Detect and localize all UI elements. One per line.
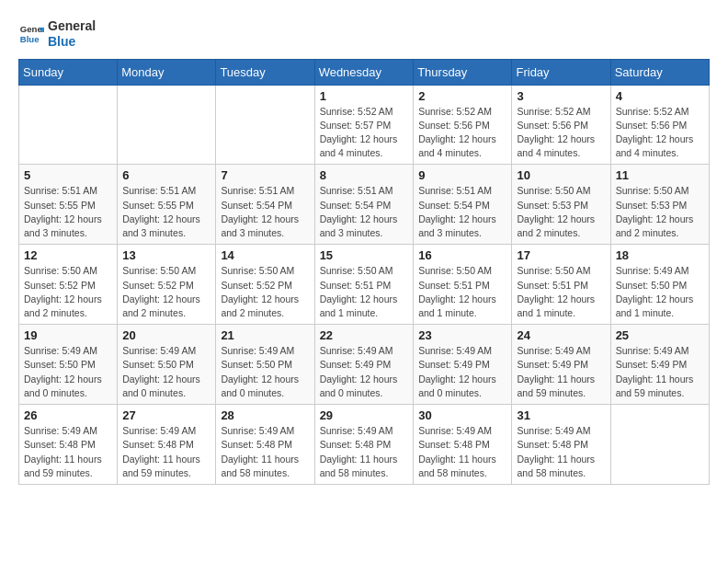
logo-icon: General Blue bbox=[18, 21, 44, 47]
calendar-cell bbox=[610, 405, 709, 485]
calendar-cell: 26Sunrise: 5:49 AM Sunset: 5:48 PM Dayli… bbox=[19, 405, 118, 485]
weekday-header-wednesday: Wednesday bbox=[314, 59, 414, 85]
day-number: 31 bbox=[517, 408, 605, 422]
calendar-cell bbox=[216, 85, 314, 165]
day-number: 24 bbox=[517, 328, 605, 342]
calendar-cell: 21Sunrise: 5:49 AM Sunset: 5:50 PM Dayli… bbox=[216, 325, 314, 405]
day-number: 23 bbox=[418, 328, 506, 342]
day-info: Sunrise: 5:49 AM Sunset: 5:48 PM Dayligh… bbox=[320, 424, 409, 480]
day-info: Sunrise: 5:51 AM Sunset: 5:55 PM Dayligh… bbox=[122, 184, 210, 240]
day-info: Sunrise: 5:52 AM Sunset: 5:56 PM Dayligh… bbox=[418, 105, 506, 161]
day-number: 6 bbox=[122, 168, 210, 182]
weekday-header-sunday: Sunday bbox=[19, 59, 118, 85]
day-number: 14 bbox=[221, 248, 309, 262]
day-info: Sunrise: 5:49 AM Sunset: 5:49 PM Dayligh… bbox=[517, 344, 605, 400]
day-info: Sunrise: 5:50 AM Sunset: 5:51 PM Dayligh… bbox=[320, 264, 409, 320]
weekday-header-saturday: Saturday bbox=[610, 59, 709, 85]
calendar-cell: 10Sunrise: 5:50 AM Sunset: 5:53 PM Dayli… bbox=[512, 165, 610, 245]
calendar-cell: 13Sunrise: 5:50 AM Sunset: 5:52 PM Dayli… bbox=[118, 245, 216, 325]
day-number: 21 bbox=[221, 328, 309, 342]
calendar-cell: 27Sunrise: 5:49 AM Sunset: 5:48 PM Dayli… bbox=[118, 405, 216, 485]
day-number: 5 bbox=[24, 168, 112, 182]
day-number: 16 bbox=[418, 248, 506, 262]
calendar-cell: 3Sunrise: 5:52 AM Sunset: 5:56 PM Daylig… bbox=[512, 85, 610, 165]
calendar-cell: 4Sunrise: 5:52 AM Sunset: 5:56 PM Daylig… bbox=[610, 85, 709, 165]
calendar-cell: 15Sunrise: 5:50 AM Sunset: 5:51 PM Dayli… bbox=[314, 245, 414, 325]
day-info: Sunrise: 5:52 AM Sunset: 5:56 PM Dayligh… bbox=[616, 105, 704, 161]
day-info: Sunrise: 5:52 AM Sunset: 5:56 PM Dayligh… bbox=[517, 105, 605, 161]
day-number: 18 bbox=[616, 248, 704, 262]
calendar-cell: 8Sunrise: 5:51 AM Sunset: 5:54 PM Daylig… bbox=[314, 165, 414, 245]
day-info: Sunrise: 5:49 AM Sunset: 5:48 PM Dayligh… bbox=[418, 424, 506, 480]
weekday-header-thursday: Thursday bbox=[414, 59, 512, 85]
day-info: Sunrise: 5:51 AM Sunset: 5:54 PM Dayligh… bbox=[320, 184, 409, 240]
day-number: 28 bbox=[221, 408, 309, 422]
day-info: Sunrise: 5:52 AM Sunset: 5:57 PM Dayligh… bbox=[320, 105, 409, 161]
day-number: 2 bbox=[418, 89, 506, 103]
day-number: 13 bbox=[122, 248, 210, 262]
calendar-cell: 25Sunrise: 5:49 AM Sunset: 5:49 PM Dayli… bbox=[610, 325, 709, 405]
calendar-cell: 14Sunrise: 5:50 AM Sunset: 5:52 PM Dayli… bbox=[216, 245, 314, 325]
day-info: Sunrise: 5:49 AM Sunset: 5:49 PM Dayligh… bbox=[418, 344, 506, 400]
calendar-cell: 7Sunrise: 5:51 AM Sunset: 5:54 PM Daylig… bbox=[216, 165, 314, 245]
day-number: 27 bbox=[122, 408, 210, 422]
day-number: 4 bbox=[616, 89, 704, 103]
day-info: Sunrise: 5:50 AM Sunset: 5:52 PM Dayligh… bbox=[221, 264, 309, 320]
day-number: 8 bbox=[320, 168, 409, 182]
day-info: Sunrise: 5:51 AM Sunset: 5:54 PM Dayligh… bbox=[221, 184, 309, 240]
calendar-cell: 12Sunrise: 5:50 AM Sunset: 5:52 PM Dayli… bbox=[19, 245, 118, 325]
calendar-week-row: 12Sunrise: 5:50 AM Sunset: 5:52 PM Dayli… bbox=[19, 245, 710, 325]
calendar-week-row: 26Sunrise: 5:49 AM Sunset: 5:48 PM Dayli… bbox=[19, 405, 710, 485]
calendar-cell: 20Sunrise: 5:49 AM Sunset: 5:50 PM Dayli… bbox=[118, 325, 216, 405]
calendar-week-row: 19Sunrise: 5:49 AM Sunset: 5:50 PM Dayli… bbox=[19, 325, 710, 405]
day-info: Sunrise: 5:50 AM Sunset: 5:52 PM Dayligh… bbox=[122, 264, 210, 320]
day-number: 29 bbox=[320, 408, 409, 422]
day-info: Sunrise: 5:51 AM Sunset: 5:54 PM Dayligh… bbox=[418, 184, 506, 240]
day-info: Sunrise: 5:49 AM Sunset: 5:49 PM Dayligh… bbox=[320, 344, 409, 400]
day-number: 25 bbox=[616, 328, 704, 342]
day-number: 1 bbox=[320, 89, 409, 103]
calendar-cell: 1Sunrise: 5:52 AM Sunset: 5:57 PM Daylig… bbox=[314, 85, 414, 165]
day-number: 26 bbox=[24, 408, 112, 422]
day-number: 22 bbox=[320, 328, 409, 342]
day-number: 11 bbox=[616, 168, 704, 182]
day-number: 15 bbox=[320, 248, 409, 262]
day-number: 12 bbox=[24, 248, 112, 262]
logo: General Blue General Blue bbox=[18, 18, 96, 50]
day-info: Sunrise: 5:51 AM Sunset: 5:55 PM Dayligh… bbox=[24, 184, 112, 240]
calendar-cell bbox=[19, 85, 118, 165]
calendar-cell: 22Sunrise: 5:49 AM Sunset: 5:49 PM Dayli… bbox=[314, 325, 414, 405]
day-info: Sunrise: 5:50 AM Sunset: 5:52 PM Dayligh… bbox=[24, 264, 112, 320]
calendar-cell: 29Sunrise: 5:49 AM Sunset: 5:48 PM Dayli… bbox=[314, 405, 414, 485]
svg-text:Blue: Blue bbox=[20, 34, 40, 44]
weekday-header-friday: Friday bbox=[512, 59, 610, 85]
day-number: 3 bbox=[517, 89, 605, 103]
day-number: 20 bbox=[122, 328, 210, 342]
calendar-cell: 2Sunrise: 5:52 AM Sunset: 5:56 PM Daylig… bbox=[414, 85, 512, 165]
logo-text-blue: Blue bbox=[48, 34, 96, 50]
day-info: Sunrise: 5:49 AM Sunset: 5:48 PM Dayligh… bbox=[517, 424, 605, 480]
calendar-cell: 19Sunrise: 5:49 AM Sunset: 5:50 PM Dayli… bbox=[19, 325, 118, 405]
calendar-cell: 6Sunrise: 5:51 AM Sunset: 5:55 PM Daylig… bbox=[118, 165, 216, 245]
calendar-week-row: 5Sunrise: 5:51 AM Sunset: 5:55 PM Daylig… bbox=[19, 165, 710, 245]
calendar-table: SundayMondayTuesdayWednesdayThursdayFrid… bbox=[18, 59, 710, 485]
calendar-cell: 18Sunrise: 5:49 AM Sunset: 5:50 PM Dayli… bbox=[610, 245, 709, 325]
calendar-header-row: SundayMondayTuesdayWednesdayThursdayFrid… bbox=[19, 59, 710, 85]
day-info: Sunrise: 5:49 AM Sunset: 5:50 PM Dayligh… bbox=[122, 344, 210, 400]
day-info: Sunrise: 5:49 AM Sunset: 5:48 PM Dayligh… bbox=[122, 424, 210, 480]
calendar-cell: 17Sunrise: 5:50 AM Sunset: 5:51 PM Dayli… bbox=[512, 245, 610, 325]
day-info: Sunrise: 5:49 AM Sunset: 5:50 PM Dayligh… bbox=[221, 344, 309, 400]
day-number: 7 bbox=[221, 168, 309, 182]
day-info: Sunrise: 5:49 AM Sunset: 5:48 PM Dayligh… bbox=[24, 424, 112, 480]
day-info: Sunrise: 5:50 AM Sunset: 5:51 PM Dayligh… bbox=[418, 264, 506, 320]
logo-text-general: General bbox=[48, 18, 96, 34]
day-info: Sunrise: 5:50 AM Sunset: 5:53 PM Dayligh… bbox=[616, 184, 704, 240]
weekday-header-tuesday: Tuesday bbox=[216, 59, 314, 85]
day-info: Sunrise: 5:50 AM Sunset: 5:51 PM Dayligh… bbox=[517, 264, 605, 320]
day-info: Sunrise: 5:49 AM Sunset: 5:49 PM Dayligh… bbox=[616, 344, 704, 400]
calendar-cell bbox=[118, 85, 216, 165]
day-info: Sunrise: 5:50 AM Sunset: 5:53 PM Dayligh… bbox=[517, 184, 605, 240]
calendar-cell: 31Sunrise: 5:49 AM Sunset: 5:48 PM Dayli… bbox=[512, 405, 610, 485]
day-info: Sunrise: 5:49 AM Sunset: 5:50 PM Dayligh… bbox=[616, 264, 704, 320]
calendar-cell: 11Sunrise: 5:50 AM Sunset: 5:53 PM Dayli… bbox=[610, 165, 709, 245]
